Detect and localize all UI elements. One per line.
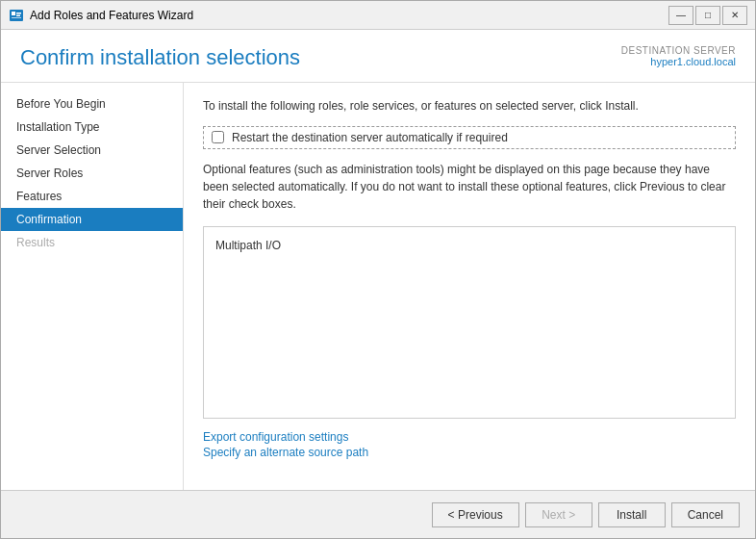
wizard-header: Confirm installation selections DESTINAT… bbox=[1, 30, 755, 83]
restart-checkbox-label: Restart the destination server automatic… bbox=[232, 131, 508, 144]
sidebar-item-confirmation[interactable]: Confirmation bbox=[1, 208, 183, 231]
wizard-icon bbox=[9, 8, 24, 23]
destination-server-name: hyper1.cloud.local bbox=[621, 56, 736, 67]
restart-checkbox-row[interactable]: Restart the destination server automatic… bbox=[203, 126, 736, 149]
svg-rect-3 bbox=[16, 14, 20, 16]
title-bar-text: Add Roles and Features Wizard bbox=[30, 9, 668, 22]
wizard-window: Add Roles and Features Wizard — □ ✕ Conf… bbox=[0, 0, 756, 539]
svg-rect-1 bbox=[12, 12, 15, 15]
links-area: Export configuration settings Specify an… bbox=[203, 430, 736, 459]
page-title: Confirm installation selections bbox=[20, 45, 300, 70]
content-area: Before You Begin Installation Type Serve… bbox=[1, 83, 755, 490]
destination-server-info: DESTINATION SERVER hyper1.cloud.local bbox=[621, 45, 736, 67]
svg-rect-4 bbox=[12, 17, 21, 18]
wizard-footer: < Previous Next > Install Cancel bbox=[1, 490, 755, 538]
install-button[interactable]: Install bbox=[598, 502, 666, 527]
alternate-source-link[interactable]: Specify an alternate source path bbox=[203, 446, 736, 459]
close-button[interactable]: ✕ bbox=[722, 6, 747, 25]
sidebar-item-server-roles[interactable]: Server Roles bbox=[1, 162, 183, 185]
main-content: To install the following roles, role ser… bbox=[184, 83, 755, 490]
sidebar-item-results: Results bbox=[1, 231, 183, 254]
minimize-button[interactable]: — bbox=[668, 6, 693, 25]
optional-text: Optional features (such as administratio… bbox=[203, 161, 736, 213]
previous-button[interactable]: < Previous bbox=[432, 502, 519, 527]
sidebar-item-installation-type[interactable]: Installation Type bbox=[1, 116, 183, 139]
next-button[interactable]: Next > bbox=[525, 502, 592, 527]
destination-server-label: DESTINATION SERVER bbox=[621, 45, 736, 56]
feature-item-multipath: Multipath I/O bbox=[215, 237, 723, 254]
sidebar-item-server-selection[interactable]: Server Selection bbox=[1, 139, 183, 162]
features-list-box: Multipath I/O bbox=[203, 226, 736, 419]
export-config-link[interactable]: Export configuration settings bbox=[203, 430, 736, 444]
maximize-button[interactable]: □ bbox=[695, 6, 720, 25]
cancel-button[interactable]: Cancel bbox=[671, 502, 740, 527]
intro-text: To install the following roles, role ser… bbox=[203, 98, 736, 115]
restart-checkbox[interactable] bbox=[212, 131, 224, 143]
window-controls: — □ ✕ bbox=[668, 6, 747, 25]
sidebar-item-before-you-begin[interactable]: Before You Begin bbox=[1, 92, 183, 116]
svg-rect-2 bbox=[16, 13, 21, 14]
sidebar-item-features[interactable]: Features bbox=[1, 185, 183, 208]
sidebar: Before You Begin Installation Type Serve… bbox=[1, 83, 184, 490]
title-bar: Add Roles and Features Wizard — □ ✕ bbox=[1, 1, 755, 30]
